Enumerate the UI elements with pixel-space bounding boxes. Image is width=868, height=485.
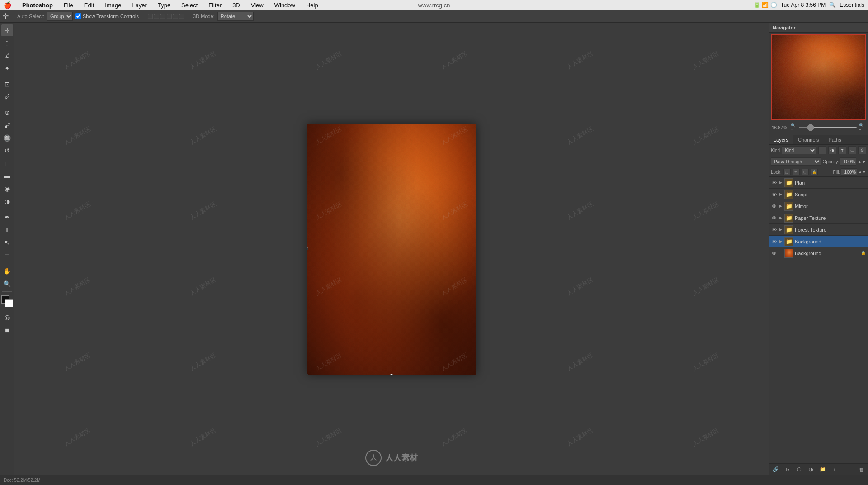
filter-shape-icon[interactable]: ▭ xyxy=(848,146,856,154)
layer-vis-background-image[interactable]: 👁 xyxy=(771,250,777,257)
layer-vis-plan[interactable]: 👁 xyxy=(771,180,777,186)
search-icon[interactable]: 🔍 xyxy=(829,2,836,8)
zoom-in-icon[interactable]: 🔍+ xyxy=(859,123,865,132)
tab-paths[interactable]: Paths xyxy=(824,135,846,144)
marquee-tool[interactable]: ⬚ xyxy=(1,37,13,49)
lock-pixels-icon[interactable]: ⬚ xyxy=(783,169,791,175)
handle-top-right[interactable] xyxy=(476,124,476,124)
layer-expand-plan[interactable]: ▶ xyxy=(778,181,783,185)
align-center-icon[interactable]: ⬛ xyxy=(154,14,159,19)
zoom-tool[interactable]: 🔍 xyxy=(1,278,13,290)
magic-wand-tool[interactable]: ✦ xyxy=(1,62,13,74)
align-right-icon[interactable]: ⬛ xyxy=(160,14,165,19)
handle-bottom-right[interactable] xyxy=(476,374,476,375)
menu-window[interactable]: Window xyxy=(273,1,297,10)
move-tool-icon[interactable]: ✛ xyxy=(3,12,9,20)
handle-middle-left[interactable] xyxy=(307,248,308,250)
layer-vis-forest-texture[interactable]: 👁 xyxy=(771,227,777,233)
menu-layer[interactable]: Layer xyxy=(130,1,149,10)
3d-mode-dropdown[interactable]: Rotate xyxy=(217,12,254,21)
quick-mask-tool[interactable]: ◎ xyxy=(1,311,13,323)
adjustment-btn[interactable]: ◑ xyxy=(806,466,816,474)
layer-item-script[interactable]: 👁 ▶ 📁 Script xyxy=(769,189,868,200)
layer-item-mirror[interactable]: 👁 ▶ 📁 Mirror xyxy=(769,200,868,212)
apple-menu[interactable]: 🍎 xyxy=(4,1,11,9)
layout-label[interactable]: Essentials xyxy=(840,2,864,8)
handle-bottom-middle[interactable] xyxy=(391,374,393,375)
opacity-arrows[interactable]: ▲▼ xyxy=(857,159,866,164)
screen-mode-tool[interactable]: ▣ xyxy=(1,324,13,336)
lock-artboard-icon[interactable]: ⊟ xyxy=(802,169,809,175)
align-middle-icon[interactable]: ⬛ xyxy=(173,14,178,19)
tab-channels[interactable]: Channels xyxy=(793,135,824,144)
layer-item-plan[interactable]: 👁 ▶ 📁 Plan xyxy=(769,177,868,189)
delete-layer-btn[interactable]: 🗑 xyxy=(856,466,866,474)
fill-arrows[interactable]: ▲▼ xyxy=(858,170,866,174)
tab-layers[interactable]: Layers xyxy=(769,135,793,144)
path-select-tool[interactable]: ↖ xyxy=(1,237,13,248)
filter-type-icon[interactable]: T xyxy=(838,146,846,154)
show-transform-checkbox[interactable] xyxy=(75,13,81,19)
dodge-tool[interactable]: ◑ xyxy=(1,195,13,207)
filter-adjust-icon[interactable]: ◑ xyxy=(828,146,836,154)
link-layers-btn[interactable]: 🔗 xyxy=(771,466,781,474)
filter-smart-icon[interactable]: ⚙ xyxy=(858,146,866,154)
spot-heal-tool[interactable]: ⊕ xyxy=(1,107,13,119)
auto-select-dropdown[interactable]: Group Layer xyxy=(47,12,73,21)
group-btn[interactable]: 📁 xyxy=(818,466,828,474)
menu-3d[interactable]: 3D xyxy=(231,1,242,10)
menu-image[interactable]: Image xyxy=(103,1,123,10)
kind-dropdown[interactable]: Kind xyxy=(782,146,816,154)
layer-item-background-group[interactable]: 👁 ▶ 📁 Background xyxy=(769,236,868,247)
layer-item-background-image[interactable]: 👁 ▶ Background 🔒 xyxy=(769,247,868,259)
fill-input[interactable] xyxy=(841,168,857,176)
blend-mode-dropdown[interactable]: Pass Through Normal Multiply Screen Over… xyxy=(771,157,821,166)
layer-expand-background-group[interactable]: ▶ xyxy=(778,239,783,244)
type-tool[interactable]: T xyxy=(1,224,13,236)
history-brush-tool[interactable]: ↺ xyxy=(1,145,13,157)
align-bottom-icon[interactable]: ⬛ xyxy=(179,14,184,19)
shape-tool[interactable]: ▭ xyxy=(1,249,13,261)
layer-vis-mirror[interactable]: 👁 xyxy=(771,203,777,209)
layer-item-paper-texture[interactable]: 👁 ▶ 📁 Paper Texture xyxy=(769,212,868,224)
hand-tool[interactable]: ✋ xyxy=(1,265,13,277)
brush-tool[interactable]: 🖌 xyxy=(1,119,13,131)
show-transform-label[interactable]: Show Transform Controls xyxy=(75,13,139,19)
menu-help[interactable]: Help xyxy=(304,1,320,10)
handle-top-left[interactable] xyxy=(307,124,308,124)
lasso-tool[interactable]: 𝓛 xyxy=(1,50,13,62)
fx-btn[interactable]: fx xyxy=(783,466,793,474)
filter-pixel-icon[interactable]: ⬚ xyxy=(818,146,826,154)
layer-vis-paper-texture[interactable]: 👁 xyxy=(771,215,777,221)
layer-expand-script[interactable]: ▶ xyxy=(778,192,783,197)
move-tool[interactable]: ✛ xyxy=(1,24,13,36)
layer-expand-paper-texture[interactable]: ▶ xyxy=(778,216,783,220)
menu-select[interactable]: Select xyxy=(179,1,199,10)
zoom-slider[interactable] xyxy=(799,127,857,128)
stamp-tool[interactable]: 🔘 xyxy=(1,132,13,144)
menu-file[interactable]: File xyxy=(62,1,75,10)
handle-middle-right[interactable] xyxy=(476,248,476,250)
gradient-tool[interactable]: ▬ xyxy=(1,170,13,182)
color-swatches[interactable] xyxy=(1,295,13,307)
lock-all-icon[interactable]: 🔒 xyxy=(811,169,818,175)
pen-tool[interactable]: ✒ xyxy=(1,211,13,223)
blur-tool[interactable]: ◉ xyxy=(1,183,13,195)
layer-vis-script[interactable]: 👁 xyxy=(771,191,777,198)
lock-move-icon[interactable]: ✛ xyxy=(793,169,800,175)
menu-photoshop[interactable]: Photoshop xyxy=(20,1,55,10)
eyedropper-tool[interactable]: 🖊 xyxy=(1,91,13,103)
handle-top-middle[interactable] xyxy=(391,124,393,124)
crop-tool[interactable]: ⊡ xyxy=(1,78,13,90)
align-top-icon[interactable]: ⬛ xyxy=(166,14,172,19)
menu-view[interactable]: View xyxy=(249,1,265,10)
handle-bottom-left[interactable] xyxy=(307,374,308,375)
menu-type[interactable]: Type xyxy=(156,1,172,10)
zoom-out-icon[interactable]: 🔍− xyxy=(791,123,797,132)
align-left-icon[interactable]: ⬛ xyxy=(147,14,153,19)
layer-expand-mirror[interactable]: ▶ xyxy=(778,204,783,209)
background-color[interactable] xyxy=(5,299,13,307)
new-layer-btn[interactable]: + xyxy=(830,466,840,474)
layer-item-forest-texture[interactable]: 👁 ▶ 📁 Forest Texture xyxy=(769,224,868,236)
mask-btn[interactable]: ⬡ xyxy=(794,466,804,474)
